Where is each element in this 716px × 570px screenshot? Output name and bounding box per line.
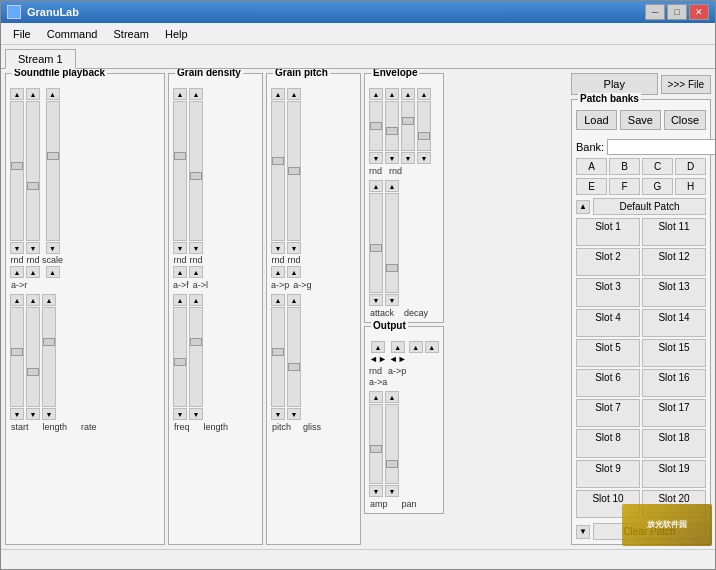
env-top-arr-down-4[interactable]: ▼ (417, 152, 431, 164)
gp-slider-2[interactable] (287, 101, 301, 241)
default-patch-button[interactable]: Default Patch (593, 198, 706, 215)
env-top-arr-2[interactable]: ▲ (385, 88, 399, 100)
gp-bot-down-2[interactable]: ▼ (287, 408, 301, 420)
env-slider-top-3[interactable] (401, 101, 415, 151)
env-slider-top-2[interactable] (385, 101, 399, 151)
slot-15[interactable]: Slot 15 (642, 339, 706, 367)
out-top-3[interactable]: ▲ (409, 341, 423, 353)
bank-btn-h[interactable]: H (675, 178, 706, 195)
gp-bot-down-1[interactable]: ▼ (271, 408, 285, 420)
default-scroll-up[interactable]: ▲ (576, 200, 590, 214)
gd-bot-down-1[interactable]: ▼ (173, 408, 187, 420)
gp-up-1[interactable]: ▲ (271, 88, 285, 100)
minimize-button[interactable]: ─ (645, 4, 665, 20)
env-top-arr-down-3[interactable]: ▼ (401, 152, 415, 164)
menu-stream[interactable]: Stream (105, 26, 156, 42)
slot-12[interactable]: Slot 12 (642, 248, 706, 276)
sp-slider-2[interactable] (26, 101, 40, 241)
slot-18[interactable]: Slot 18 (642, 429, 706, 457)
env-main-up-1[interactable]: ▲ (369, 180, 383, 192)
gd-rnd-1[interactable]: ▲ (173, 266, 187, 278)
slot-6[interactable]: Slot 6 (576, 369, 640, 397)
gp-bot-up-2[interactable]: ▲ (287, 294, 301, 306)
slot-8[interactable]: Slot 8 (576, 429, 640, 457)
slot-19[interactable]: Slot 19 (642, 460, 706, 488)
out-top-4[interactable]: ▲ (425, 341, 439, 353)
bank-btn-a[interactable]: A (576, 158, 607, 175)
sp-bot-slider-1[interactable] (10, 307, 24, 407)
menu-command[interactable]: Command (39, 26, 106, 42)
sp-slider-1[interactable] (10, 101, 24, 241)
sp-down-arrow-2[interactable]: ▼ (26, 242, 40, 254)
env-main-slider-2[interactable] (385, 193, 399, 293)
gp-bot-slider-1[interactable] (271, 307, 285, 407)
env-main-slider-1[interactable] (369, 193, 383, 293)
sp-rnd-arrow-1[interactable]: ▲ (10, 266, 24, 278)
restore-button[interactable]: □ (667, 4, 687, 20)
slot-11[interactable]: Slot 11 (642, 218, 706, 246)
bank-btn-c[interactable]: C (642, 158, 673, 175)
gd-slider-1[interactable] (173, 101, 187, 241)
sp-rnd-arrow-2[interactable]: ▲ (26, 266, 40, 278)
gd-bot-slider-2[interactable] (189, 307, 203, 407)
sp-bot-down-3[interactable]: ▼ (42, 408, 56, 420)
close-button-patch[interactable]: Close (664, 110, 706, 130)
sp-bot-down-2[interactable]: ▼ (26, 408, 40, 420)
sp-bot-down-1[interactable]: ▼ (10, 408, 24, 420)
slot-7[interactable]: Slot 7 (576, 399, 640, 427)
out-main-down-2[interactable]: ▼ (385, 485, 399, 497)
save-button[interactable]: Save (620, 110, 661, 130)
gp-rnd-2[interactable]: ▲ (287, 266, 301, 278)
slot-14[interactable]: Slot 14 (642, 309, 706, 337)
bank-btn-f[interactable]: F (609, 178, 640, 195)
env-slider-top-1[interactable] (369, 101, 383, 151)
gp-bot-up-1[interactable]: ▲ (271, 294, 285, 306)
gd-bot-up-1[interactable]: ▲ (173, 294, 187, 306)
bank-input[interactable] (607, 139, 715, 155)
sp-up-arrow-2[interactable]: ▲ (26, 88, 40, 100)
close-button[interactable]: ✕ (689, 4, 709, 20)
sp-up-arrow-1[interactable]: ▲ (10, 88, 24, 100)
gp-slider-1[interactable] (271, 101, 285, 241)
out-main-up-1[interactable]: ▲ (369, 391, 383, 403)
env-top-arr-4[interactable]: ▲ (417, 88, 431, 100)
tab-stream1[interactable]: Stream 1 (5, 49, 76, 69)
gp-up-2[interactable]: ▲ (287, 88, 301, 100)
env-main-down-1[interactable]: ▼ (369, 294, 383, 306)
menu-file[interactable]: File (5, 26, 39, 42)
gd-up-2[interactable]: ▲ (189, 88, 203, 100)
sp-up-arrow-3[interactable]: ▲ (46, 88, 60, 100)
play-button[interactable]: Play (571, 73, 658, 95)
bank-btn-b[interactable]: B (609, 158, 640, 175)
sp-bot-slider-3[interactable] (42, 307, 56, 407)
scroll-down[interactable]: ▼ (576, 525, 590, 539)
gp-down-1[interactable]: ▼ (271, 242, 285, 254)
bank-btn-d[interactable]: D (675, 158, 706, 175)
env-top-arr-down-2[interactable]: ▼ (385, 152, 399, 164)
sp-bot-up-3[interactable]: ▲ (42, 294, 56, 306)
env-main-up-2[interactable]: ▲ (385, 180, 399, 192)
slot-3[interactable]: Slot 3 (576, 278, 640, 306)
gd-down-2[interactable]: ▼ (189, 242, 203, 254)
sp-bot-up-1[interactable]: ▲ (10, 294, 24, 306)
gp-down-2[interactable]: ▼ (287, 242, 301, 254)
bank-btn-g[interactable]: G (642, 178, 673, 195)
gp-rnd-1[interactable]: ▲ (271, 266, 285, 278)
gd-bot-up-2[interactable]: ▲ (189, 294, 203, 306)
gd-down-1[interactable]: ▼ (173, 242, 187, 254)
gd-slider-2[interactable] (189, 101, 203, 241)
slot-4[interactable]: Slot 4 (576, 309, 640, 337)
gp-bot-slider-2[interactable] (287, 307, 301, 407)
bank-btn-e[interactable]: E (576, 178, 607, 195)
slot-13[interactable]: Slot 13 (642, 278, 706, 306)
file-button[interactable]: >>> File (661, 75, 711, 94)
sp-bot-up-2[interactable]: ▲ (26, 294, 40, 306)
sp-down-arrow-1[interactable]: ▼ (10, 242, 24, 254)
gd-up-1[interactable]: ▲ (173, 88, 187, 100)
sp-slider-3[interactable] (46, 101, 60, 241)
env-slider-top-4[interactable] (417, 101, 431, 151)
env-top-arr-1[interactable]: ▲ (369, 88, 383, 100)
out-main-down-1[interactable]: ▼ (369, 485, 383, 497)
sp-down-arrow-3[interactable]: ▼ (46, 242, 60, 254)
slot-1[interactable]: Slot 1 (576, 218, 640, 246)
